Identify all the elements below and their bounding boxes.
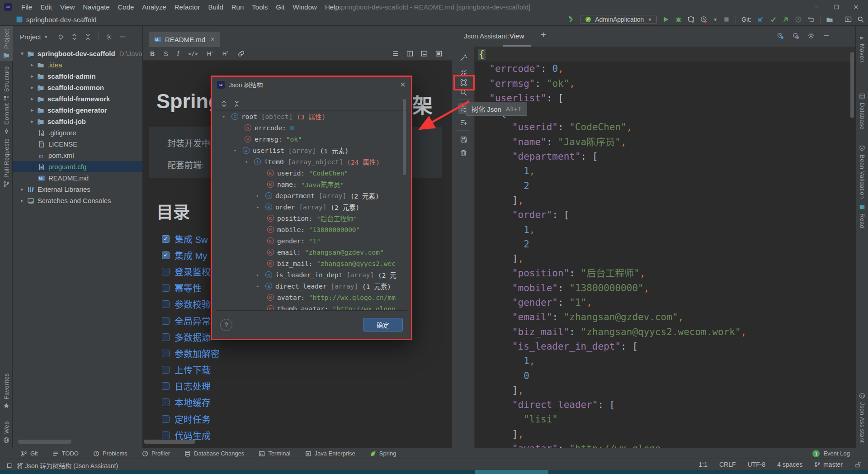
tool-window-button-database-changes[interactable]: Database Changes: [184, 450, 244, 457]
chevron-icon[interactable]: ▸: [27, 73, 37, 79]
json-tree-node-order[interactable]: ▸aorder [array] (2 元素): [216, 201, 407, 213]
json-code-line[interactable]: {: [475, 47, 855, 62]
search-everywhere-icon[interactable]: [857, 16, 864, 23]
dialog-vscrollbar[interactable]: [403, 99, 406, 175]
chevron-icon[interactable]: ▸: [27, 96, 37, 102]
chevron-icon[interactable]: ▾: [245, 159, 254, 164]
link-icon[interactable]: [238, 50, 245, 57]
json-code-line[interactable]: "order": [: [475, 208, 855, 222]
project-tree-item-scaffold-job[interactable]: ▸scaffold-job: [13, 116, 142, 127]
strikethrough-icon[interactable]: S: [164, 50, 168, 57]
tool-window-button-spring[interactable]: Spring: [370, 450, 396, 457]
chevron-icon[interactable]: ▸: [17, 198, 27, 204]
json-code-line[interactable]: "name": "Java陈序员",: [475, 135, 855, 149]
json-code-line[interactable]: "biz_mail": "zhangsan@qyycs2.wecom.work"…: [475, 325, 855, 339]
checklist-link[interactable]: 全局异常: [175, 314, 211, 327]
menu-item-window[interactable]: Window: [289, 2, 321, 12]
json-code-line[interactable]: 2: [475, 237, 855, 251]
json-code-line[interactable]: ],: [475, 427, 855, 441]
json-code-line[interactable]: 2: [475, 179, 855, 193]
tool-window-button-database[interactable]: Database: [856, 90, 868, 133]
dialog-close-icon[interactable]: [400, 81, 406, 88]
checklist-link[interactable]: 多数据源: [175, 331, 211, 344]
build-icon[interactable]: [567, 16, 575, 23]
layout-view-icon[interactable]: [435, 50, 442, 57]
json-tree-node-userid[interactable]: Kuserid: "CodeChen": [216, 167, 407, 179]
status-item-1-1[interactable]: 1:1: [698, 461, 707, 468]
checklist-link[interactable]: 上传下载: [175, 363, 211, 376]
json-code-line[interactable]: "position": "后台工程师",: [475, 266, 855, 280]
checklist-link[interactable]: 登录鉴权: [175, 265, 211, 278]
json-tree-node-is_leader_in_dept[interactable]: ▸ais_leader_in_dept [array] (2 元: [216, 269, 407, 280]
debug-icon[interactable]: [675, 16, 682, 23]
json-code-line[interactable]: 1,: [475, 223, 855, 237]
git-branch-widget[interactable]: master: [814, 461, 843, 468]
status-item-utf-8[interactable]: UTF-8: [747, 461, 765, 468]
json-tree-node-name[interactable]: Kname: "Java陈序员": [216, 179, 407, 190]
status-item-4-spaces[interactable]: 4 spaces: [777, 461, 802, 468]
menu-item-build[interactable]: Build: [204, 2, 227, 12]
json-code-line[interactable]: "direct_leader": [: [475, 398, 855, 412]
tool-window-button-java-enterprise[interactable]: Java Enterprise: [305, 450, 355, 457]
header-down-icon[interactable]: H↓: [207, 50, 213, 57]
git-commit-icon[interactable]: [769, 16, 777, 23]
json-code-line[interactable]: "errmsg": "ok",: [475, 76, 855, 91]
chevron-icon[interactable]: ▾: [234, 148, 243, 153]
add-tab-button[interactable]: +: [541, 30, 546, 40]
checklist-item[interactable]: 日志处理: [162, 378, 220, 394]
json-code-line[interactable]: "email": "zhangsan@gzdev.com",: [475, 310, 855, 324]
gear-icon[interactable]: [105, 33, 112, 40]
chevron-icon[interactable]: ▸: [27, 118, 37, 124]
gear-icon[interactable]: [807, 32, 815, 39]
project-tree-item--idea[interactable]: ▸.idea: [13, 59, 142, 71]
checklist-item[interactable]: 本地缓存: [162, 394, 220, 411]
chevron-icon[interactable]: ▾: [222, 114, 231, 119]
tool-window-button-project[interactable]: Project: [0, 26, 13, 61]
auto-refresh-icon[interactable]: [777, 32, 784, 39]
bold-icon[interactable]: B: [150, 50, 155, 57]
menu-item-help[interactable]: Help: [321, 2, 343, 12]
git-update-icon[interactable]: [757, 16, 764, 23]
json-tree-node-thumb_avatar[interactable]: Kthumb_avatar: "http://wx.qlogo: [216, 303, 407, 310]
menu-item-navigate[interactable]: Navigate: [79, 2, 113, 12]
project-tree-item-scratches-and-consoles[interactable]: ▸Scratches and Consoles: [13, 195, 142, 206]
chevron-icon[interactable]: ▸: [27, 62, 37, 68]
json-tree-node-department[interactable]: ▸adepartment [array] (2 元素): [216, 190, 407, 201]
format-json-button[interactable]: [458, 52, 469, 63]
locate-file-icon[interactable]: [57, 33, 64, 40]
json-code-line[interactable]: "gender": "1",: [475, 295, 855, 310]
project-tree-item-readme-md[interactable]: M↓README.md: [13, 172, 142, 184]
tool-window-button-structure[interactable]: Structure: [0, 63, 13, 104]
status-item-crlf[interactable]: CRLF: [719, 461, 736, 468]
close-tab-icon[interactable]: ✕: [210, 36, 215, 43]
project-panel-title[interactable]: Project: [20, 33, 41, 41]
maximize-icon[interactable]: [834, 4, 840, 10]
checklist-link[interactable]: 参数加解密: [175, 347, 220, 360]
chevron-icon[interactable]: ▸: [256, 204, 265, 209]
italic-icon[interactable]: I: [177, 50, 179, 57]
json-tree-node-position[interactable]: Kposition: "后台工程师": [216, 213, 407, 224]
checklist-item[interactable]: 上传下载: [162, 362, 220, 378]
profiler-icon[interactable]: [700, 16, 708, 23]
editor-hscrollbar[interactable]: [144, 440, 195, 444]
json-tree-node-gender[interactable]: Kgender: "1": [216, 235, 407, 246]
project-tree-item-scaffold-framework[interactable]: ▸scaffold-framework: [13, 93, 142, 104]
hide-panel-icon[interactable]: [119, 33, 126, 40]
event-log[interactable]: 1 Event Log: [812, 450, 850, 457]
json-tree-node-email[interactable]: Kemail: "zhangsan@gzdev.com": [216, 246, 407, 258]
menu-item-run[interactable]: Run: [227, 2, 248, 12]
run-anything-icon[interactable]: [844, 16, 852, 23]
collapse-all-icon[interactable]: [233, 100, 240, 107]
json-code-line[interactable]: "is_leader_in_dept": [: [475, 339, 855, 354]
tool-window-button-favorites[interactable]: Favorites: [0, 370, 13, 412]
json-code-line[interactable]: 1,: [475, 164, 855, 178]
tool-window-button-maven[interactable]: mMaven: [856, 32, 868, 66]
json-code-line[interactable]: 1,: [475, 354, 855, 368]
tab-view[interactable]: View: [509, 32, 524, 40]
json-code-line[interactable]: "userid": "CodeChen",: [475, 120, 855, 134]
hide-panel-icon[interactable]: [823, 32, 830, 39]
breadcrumb[interactable]: springboot-dev-scaffold: [16, 16, 97, 24]
chevron-down-icon[interactable]: ▼: [713, 17, 717, 22]
menu-item-code[interactable]: Code: [113, 2, 138, 12]
tool-window-button-bean-validation[interactable]: Bean Validation: [856, 142, 868, 202]
